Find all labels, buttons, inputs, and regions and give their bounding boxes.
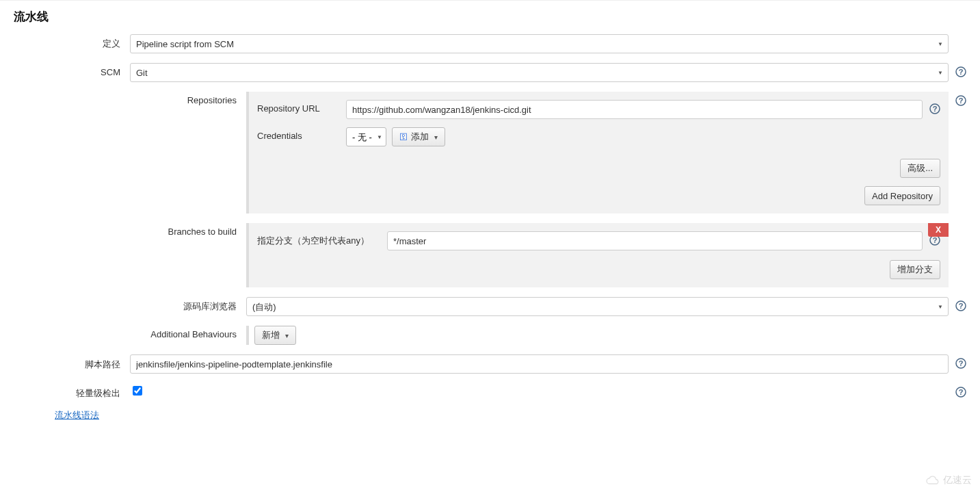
svg-text:?: ? (933, 105, 938, 113)
section-title-pipeline: 流水线 (14, 6, 966, 34)
svg-text:?: ? (959, 68, 964, 76)
add-behaviour-label: 新增 (262, 329, 280, 341)
add-behaviour-button[interactable]: 新增 (254, 326, 296, 345)
help-icon[interactable]: ? (929, 103, 940, 114)
add-branch-button[interactable]: 增加分支 (890, 260, 940, 279)
add-credentials-button[interactable]: ⚿ 添加 (392, 127, 445, 146)
help-icon[interactable]: ? (955, 66, 966, 77)
panel-branches: X 指定分支（为空时代表any） ? 增加分支 (246, 223, 949, 287)
input-repo-url[interactable] (346, 100, 923, 119)
add-credentials-label: 添加 (411, 131, 429, 143)
input-script-path[interactable] (130, 354, 949, 374)
label-definition: 定义 (14, 34, 130, 50)
help-icon[interactable]: ? (955, 95, 966, 106)
advanced-button[interactable]: 高级... (900, 159, 940, 178)
key-icon: ⚿ (399, 132, 408, 142)
label-repo-browser: 源码库浏览器 (130, 297, 246, 313)
svg-text:?: ? (959, 302, 964, 310)
label-repo-url: Repository URL (257, 100, 346, 114)
label-branch-specifier: 指定分支（为空时代表any） (257, 231, 387, 247)
svg-text:?: ? (959, 96, 964, 105)
help-icon[interactable]: ? (955, 387, 966, 398)
label-repositories: Repositories (130, 92, 246, 105)
help-icon[interactable]: ? (955, 358, 966, 369)
add-repository-button[interactable]: Add Repository (864, 186, 940, 205)
checkbox-lightweight[interactable] (133, 386, 142, 396)
pipeline-syntax-link[interactable]: 流水线语法 (55, 410, 99, 420)
select-definition[interactable]: Pipeline script from SCM (130, 34, 949, 53)
input-branch-specifier[interactable] (387, 231, 923, 250)
label-credentials: Credentials (257, 127, 346, 141)
panel-repositories: Repository URL ? Credentials - 无 - (246, 92, 949, 213)
label-script-path: 脚本路径 (55, 354, 130, 371)
delete-branch-button[interactable]: X (928, 223, 949, 237)
select-credentials[interactable]: - 无 - (346, 127, 386, 146)
svg-text:?: ? (959, 388, 964, 396)
help-icon[interactable]: ? (955, 300, 966, 311)
select-scm[interactable]: Git (130, 63, 949, 82)
svg-text:?: ? (959, 359, 964, 367)
label-branches: Branches to build (130, 223, 246, 237)
label-scm: SCM (89, 63, 130, 77)
label-additional-behaviours: Additional Behaviours (130, 326, 246, 339)
select-repo-browser[interactable]: (自动) (246, 297, 949, 316)
svg-text:?: ? (933, 236, 938, 244)
label-lightweight: 轻量级检出 (55, 383, 130, 400)
